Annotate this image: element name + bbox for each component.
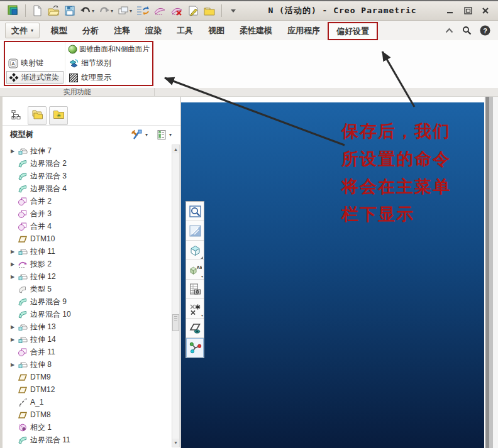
tree-item[interactable]: ▶拉伸 11 <box>3 245 180 258</box>
conic-surface-command[interactable]: 圆锥曲面和N侧曲面片 <box>65 42 152 57</box>
mapkeys-command[interactable]: A 映射键 <box>5 57 65 71</box>
scroll-down-icon[interactable]: ▼ <box>172 439 179 447</box>
view-manager-icon[interactable] <box>186 280 204 299</box>
tree-scrollbar[interactable]: ▲ ▼ <box>172 145 180 447</box>
dropdown-arrow-icon[interactable]: ▾ <box>92 8 94 14</box>
scroll-up-icon[interactable]: ▲ <box>172 145 179 153</box>
tree-item[interactable]: ▶拉伸 12 <box>3 270 180 283</box>
edit-note-icon[interactable] <box>187 3 199 18</box>
tree-item[interactable]: 边界混合 2 <box>3 157 180 170</box>
tree-item-label: 合并 2 <box>28 196 52 207</box>
minimize-button[interactable] <box>445 6 455 15</box>
tab-模型[interactable]: 模型 <box>43 21 75 40</box>
favorites-tab[interactable]: ✳ <box>49 106 68 125</box>
tree-item[interactable]: 边界混合 10 <box>3 308 180 320</box>
dropdown-arrow-icon[interactable]: ▾ <box>111 8 113 14</box>
collapse-ribbon-icon[interactable] <box>445 27 454 34</box>
style-icon <box>18 285 28 294</box>
named-views-icon[interactable] <box>186 241 204 260</box>
tab-应用程序[interactable]: 应用程序 <box>280 21 328 40</box>
annotation-text: 保存后，我们所设置的命令将会在主菜单栏下显示 <box>341 117 451 228</box>
tree-item[interactable]: 类型 5 <box>3 283 180 295</box>
tree-item[interactable]: 相交 1 <box>3 421 180 434</box>
tab-偏好设置[interactable]: 偏好设置 <box>328 22 378 40</box>
tree-item[interactable]: DTM8 <box>3 408 180 421</box>
tree-item[interactable]: 合并 4 <box>3 220 180 232</box>
open-file-icon[interactable] <box>47 3 60 18</box>
mapkey-stop-icon[interactable] <box>170 3 184 18</box>
toolbar-overflow-icon[interactable] <box>227 3 240 18</box>
csys-display-icon[interactable] <box>186 338 204 358</box>
windows-icon[interactable]: ▾ <box>117 3 133 18</box>
tab-分析[interactable]: 分析 <box>75 21 106 40</box>
tree-item[interactable]: 合并 2 <box>3 195 180 207</box>
active-window-icon[interactable] <box>202 3 216 18</box>
scrollbar-thumb[interactable] <box>172 314 179 331</box>
zoom-in-icon[interactable] <box>186 202 204 221</box>
texture-display-command[interactable]: 纹理显示 <box>65 70 152 85</box>
ribbon-group-strip: 实用功能 <box>0 88 498 97</box>
new-file-icon[interactable] <box>31 3 43 18</box>
undo-icon[interactable]: ▾ <box>79 3 95 18</box>
tree-item[interactable]: 边界混合 3 <box>3 170 180 182</box>
redo-icon[interactable]: ▾ <box>98 3 114 18</box>
tab-柔性建模[interactable]: 柔性建模 <box>232 21 280 40</box>
model-tree-header-icons: ▾▾ <box>131 129 172 140</box>
dropdown-arrow-icon[interactable]: ▾ <box>169 132 172 138</box>
expand-arrow-icon[interactable]: ▶ <box>8 249 18 254</box>
expand-arrow-icon[interactable]: ▶ <box>8 261 18 267</box>
folder-browser-tab[interactable] <box>28 106 47 125</box>
tree-item[interactable]: A_1 <box>3 396 180 408</box>
tree-item[interactable]: ▶拉伸 7 <box>3 145 180 157</box>
tree-item[interactable]: DTM10 <box>3 232 180 245</box>
tab-文件[interactable]: 文件▾ <box>5 23 40 38</box>
window-controls <box>445 6 493 15</box>
tree-tools-icon[interactable]: ▾ <box>131 129 148 140</box>
tree-item[interactable]: ▶拉伸 8 <box>3 358 180 371</box>
tab-视图[interactable]: 视图 <box>201 21 232 40</box>
dropdown-arrow-icon[interactable]: ▾ <box>145 132 148 138</box>
graphics-area[interactable]: AB▾▾ 保存后，我们所设置的命令将会在主菜单栏下显示 <box>181 102 484 448</box>
tree-item[interactable]: 边界混合 11 <box>3 434 180 446</box>
tree-item[interactable]: ▶拉伸 14 <box>3 333 180 346</box>
expand-arrow-icon[interactable]: ▶ <box>8 148 18 154</box>
tree-filter-icon[interactable]: ▾ <box>157 129 172 140</box>
search-icon[interactable] <box>462 26 472 35</box>
tree-item[interactable]: 合并 11 <box>3 346 180 358</box>
expand-arrow-icon[interactable]: ▶ <box>8 362 18 368</box>
tree-item[interactable]: ▶投影 2 <box>3 258 180 270</box>
expand-arrow-icon[interactable]: ▶ <box>8 337 18 342</box>
mapkey-record-icon[interactable] <box>153 3 167 18</box>
tab-注释[interactable]: 注释 <box>106 21 138 40</box>
repaint-icon[interactable] <box>186 221 204 241</box>
tree-item[interactable]: 合并 3 <box>3 207 180 220</box>
save-icon[interactable] <box>64 3 76 18</box>
tree-item[interactable]: 边界混合 4 <box>3 182 180 195</box>
boundary-blend-icon <box>18 172 28 181</box>
dropdown-arrow-icon[interactable]: ▾ <box>130 8 132 14</box>
restore-button[interactable] <box>463 6 473 15</box>
creo-logo-icon[interactable] <box>6 3 20 18</box>
tree-item-label: DTM10 <box>28 234 55 243</box>
dropdown-arrow-icon[interactable]: ▾ <box>201 274 203 278</box>
conic-sphere-icon <box>67 44 77 54</box>
expand-arrow-icon[interactable]: ▶ <box>8 274 18 280</box>
dropdown-arrow-icon[interactable]: ▾ <box>201 313 203 317</box>
datum-display-icon[interactable]: ▾ <box>186 299 204 319</box>
tree-item[interactable]: DTM12 <box>3 383 180 396</box>
expand-arrow-icon[interactable]: ▶ <box>8 324 18 330</box>
tree-item[interactable]: ▶拉伸 13 <box>3 320 180 333</box>
graphics-column: AB▾▾ 保存后，我们所设置的命令将会在主菜单栏下显示 <box>181 97 484 448</box>
progressive-render-command[interactable]: 渐进式渲染 <box>6 71 64 84</box>
help-icon[interactable]: ? <box>480 25 490 36</box>
plane-display-icon[interactable] <box>186 319 204 338</box>
tree-item[interactable]: DTM9 <box>3 371 180 383</box>
appearances-icon[interactable]: AB▾ <box>186 260 204 280</box>
close-button[interactable] <box>480 6 490 15</box>
detail-level-command[interactable]: 细节级别 <box>65 57 152 71</box>
tab-渲染[interactable]: 渲染 <box>138 21 169 40</box>
tree-item[interactable]: 边界混合 9 <box>3 295 180 308</box>
regenerate-icon[interactable] <box>136 3 150 18</box>
tab-工具[interactable]: 工具 <box>169 21 201 40</box>
model-tree-tab[interactable] <box>6 106 25 125</box>
